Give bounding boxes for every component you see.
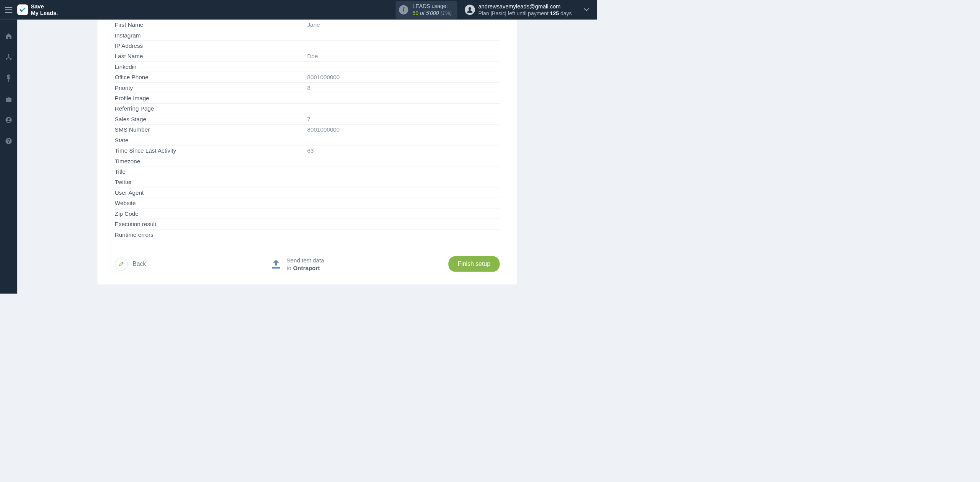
field-value: Jane [307,20,500,29]
field-key: SMS Number [115,125,307,134]
field-value [307,223,500,225]
logo-text: Save My Leads. [31,3,58,16]
upload-icon [270,258,282,270]
chevron-down-icon[interactable] [579,8,589,11]
field-key: Timezone [115,156,307,166]
field-value: 63 [307,146,500,155]
hamburger-wrap [0,0,17,20]
plan-days-suffix: days [559,10,572,16]
field-key: Twitter [115,177,307,187]
field-value [307,181,500,183]
leads-usage[interactable]: i LEADS usage: 59 of 5'000 (1%) [396,1,457,19]
sidebar-item-home[interactable] [0,30,17,42]
topbar: Save My Leads. i LEADS usage: 59 of 5'00… [0,0,597,20]
field-key: Priority [115,83,307,93]
field-key: Office Phone [115,72,307,82]
plan-days: 125 [550,10,559,16]
plan-mid: | left until payment [505,10,550,16]
field-value [307,139,500,142]
layout: First NameJaneInstagramIP AddressLast Na… [0,20,597,294]
sidebar-item-account[interactable] [0,114,17,126]
field-key: Last Name [115,51,307,61]
field-value [307,160,500,162]
field-key: Zip Code [115,209,307,218]
table-row: Office Phone8001000000 [115,72,500,82]
field-value [307,44,500,47]
svg-point-1 [8,54,10,56]
field-value: 7 [307,114,500,124]
account[interactable]: andrewsavemyleads@gmail.com Plan |Basic|… [465,3,572,17]
avatar-icon [465,5,475,15]
pencil-icon [115,257,128,270]
table-row: SMS Number8001000000 [115,124,500,135]
finish-setup-button[interactable]: Finish setup [448,256,500,272]
send-target: Ontraport [293,264,320,271]
field-key: IP Address [115,41,307,50]
field-value: 8001000000 [307,72,500,82]
table-row: Zip Code [115,208,500,219]
logo-icon [17,5,28,15]
info-icon: i [399,5,408,14]
svg-point-0 [469,7,471,10]
table-row: Linkedin [115,62,500,72]
plan-name: Basic [492,10,505,16]
card: First NameJaneInstagramIP AddressLast Na… [98,20,517,284]
plan-prefix: Plan | [478,10,492,16]
sidebar-item-help[interactable] [0,135,17,147]
leads-label: LEADS usage: [413,3,452,10]
table-row: Runtime errors [115,230,500,240]
leads-text: LEADS usage: 59 of 5'000 (1%) [413,3,452,16]
field-key: Title [115,167,307,176]
sidebar [0,20,17,294]
table-row: Timezone [115,156,500,166]
brand-line1: Save [31,3,58,10]
leads-pct: (1%) [439,10,452,16]
field-key: User Agent [115,188,307,197]
hamburger-icon[interactable] [5,7,13,13]
table-row: Execution result [115,219,500,229]
field-key: Linkedin [115,62,307,72]
sidebar-item-billing[interactable] [0,72,17,85]
account-sub: Plan |Basic| left until payment 125 days [478,10,572,17]
table-row: IP Address [115,41,500,51]
table-row: Profile Image [115,93,500,103]
leads-of: of [418,10,426,16]
table-row: Website [115,198,500,208]
field-value [307,202,500,204]
send-line2: to Ontraport [286,264,324,272]
send-lines: Send test data to Ontraport [286,256,324,272]
logo[interactable]: Save My Leads. [17,3,58,16]
table-row: Instagram [115,30,500,41]
table-row: First NameJane [115,20,500,30]
field-key: Sales Stage [115,114,307,124]
table-row: State [115,135,500,145]
field-value: 8 [307,83,500,93]
back-button[interactable]: Back [115,257,146,270]
account-lines: andrewsavemyleads@gmail.com Plan |Basic|… [478,3,572,17]
send-line1: Send test data [286,256,324,264]
topbar-left: Save My Leads. [0,0,58,20]
field-table: First NameJaneInstagramIP AddressLast Na… [115,20,500,240]
field-key: First Name [115,20,307,29]
table-row: Priority8 [115,83,500,93]
table-row: Time Since Last Activity63 [115,145,500,156]
svg-point-7 [8,142,9,143]
account-email: andrewsavemyleads@gmail.com [478,3,572,10]
send-prefix: to [286,264,293,271]
table-row: Referring Page [115,104,500,114]
field-key: Instagram [115,31,307,40]
leads-total: 5'000 [426,10,439,16]
field-value [307,233,500,236]
field-value [307,107,500,110]
table-row: Twitter [115,177,500,187]
sidebar-item-work[interactable] [0,93,17,106]
table-row: Last NameDoe [115,51,500,61]
field-value [307,65,500,68]
field-key: Referring Page [115,104,307,113]
field-value [307,170,500,173]
field-value [307,97,500,99]
sidebar-item-connections[interactable] [0,51,17,64]
send-test-button[interactable]: Send test data to Ontraport [270,256,324,272]
back-label: Back [132,261,146,268]
field-key: Execution result [115,219,307,229]
